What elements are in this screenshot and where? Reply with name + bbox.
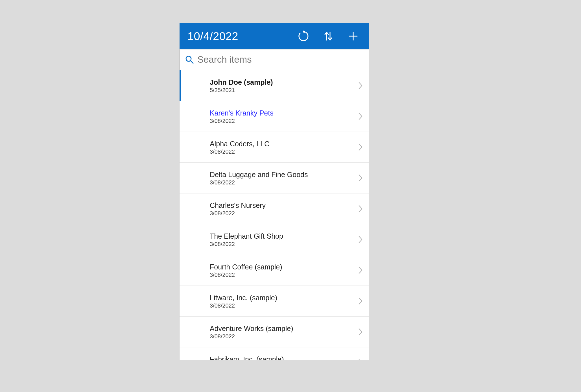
list-item-title: Fourth Coffee (sample) xyxy=(210,263,357,271)
chevron-right-icon xyxy=(357,112,363,120)
chevron-right-icon xyxy=(357,143,363,151)
list-item-content: Karen's Kranky Pets3/08/2022 xyxy=(180,109,357,124)
list-item[interactable]: Charles's Nursery3/08/2022 xyxy=(180,193,369,224)
list-item-content: Alpha Coders, LLC3/08/2022 xyxy=(180,140,357,155)
list-item[interactable]: Karen's Kranky Pets3/08/2022 xyxy=(180,101,369,132)
list-item-title: Adventure Works (sample) xyxy=(210,324,357,333)
sort-icon xyxy=(323,30,334,42)
list-item-content: The Elephant Gift Shop3/08/2022 xyxy=(180,232,357,247)
list-item-date: 3/08/2022 xyxy=(210,179,357,186)
search-input[interactable] xyxy=(195,54,366,65)
app-header: 10/4/2022 xyxy=(180,23,369,49)
list-item-date: 3/08/2022 xyxy=(210,149,357,155)
list-item-date: 3/08/2022 xyxy=(210,333,357,340)
list-item-content: John Doe (sample)5/25/2021 xyxy=(181,78,357,93)
list-item-date: 3/08/2022 xyxy=(210,302,357,309)
chevron-right-icon xyxy=(357,328,363,336)
list-item-content: Charles's Nursery3/08/2022 xyxy=(180,201,357,217)
list-item[interactable]: Fabrikam, Inc. (sample)3/08/2022 xyxy=(180,347,369,360)
list-item-title: Litware, Inc. (sample) xyxy=(210,293,357,302)
list-item-title: John Doe (sample) xyxy=(210,78,357,86)
refresh-icon xyxy=(297,30,310,42)
list-item-title: The Elephant Gift Shop xyxy=(210,232,357,240)
list-item-date: 3/08/2022 xyxy=(210,272,357,278)
list-item-date: 3/08/2022 xyxy=(210,241,357,247)
list-item[interactable]: Adventure Works (sample)3/08/2022 xyxy=(180,317,369,347)
list-item[interactable]: The Elephant Gift Shop3/08/2022 xyxy=(180,224,369,255)
add-button[interactable] xyxy=(341,23,366,49)
list-item-title: Delta Luggage and Fine Goods xyxy=(210,170,357,179)
header-title: 10/4/2022 xyxy=(187,30,291,43)
list-item-content: Adventure Works (sample)3/08/2022 xyxy=(180,324,357,340)
plus-icon xyxy=(348,31,359,42)
chevron-right-icon xyxy=(357,174,363,182)
search-bar[interactable] xyxy=(180,49,369,70)
search-icon xyxy=(184,55,195,64)
list-item-content: Fourth Coffee (sample)3/08/2022 xyxy=(180,263,357,278)
list-item-date: 5/25/2021 xyxy=(210,87,357,93)
list-item[interactable]: Alpha Coders, LLC3/08/2022 xyxy=(180,132,369,163)
sort-button[interactable] xyxy=(316,23,341,49)
header-actions xyxy=(291,23,366,49)
list-item[interactable]: Fourth Coffee (sample)3/08/2022 xyxy=(180,255,369,286)
list-item-content: Delta Luggage and Fine Goods3/08/2022 xyxy=(180,170,357,186)
list-item-title: Charles's Nursery xyxy=(210,201,357,210)
list-item-title: Fabrikam, Inc. (sample) xyxy=(210,355,357,360)
chevron-right-icon xyxy=(357,205,363,213)
list-item-title[interactable]: Karen's Kranky Pets xyxy=(210,109,357,117)
chevron-right-icon xyxy=(357,297,363,305)
svg-line-1 xyxy=(191,61,193,63)
list-item-content: Fabrikam, Inc. (sample)3/08/2022 xyxy=(180,355,357,360)
list-item-date: 3/08/2022 xyxy=(210,210,357,217)
items-list[interactable]: John Doe (sample)5/25/2021Karen's Kranky… xyxy=(180,70,369,360)
list-item-content: Litware, Inc. (sample)3/08/2022 xyxy=(180,293,357,309)
list-item[interactable]: Delta Luggage and Fine Goods3/08/2022 xyxy=(180,163,369,193)
list-item-date: 3/08/2022 xyxy=(210,118,357,124)
refresh-button[interactable] xyxy=(291,23,316,49)
chevron-right-icon xyxy=(357,82,363,90)
list-item[interactable]: Litware, Inc. (sample)3/08/2022 xyxy=(180,286,369,317)
list-item-title: Alpha Coders, LLC xyxy=(210,140,357,148)
chevron-right-icon xyxy=(357,266,363,274)
chevron-right-icon xyxy=(357,236,363,243)
chevron-right-icon xyxy=(357,359,363,360)
list-item[interactable]: John Doe (sample)5/25/2021 xyxy=(180,70,369,101)
app-frame: 10/4/2022 xyxy=(180,23,369,360)
